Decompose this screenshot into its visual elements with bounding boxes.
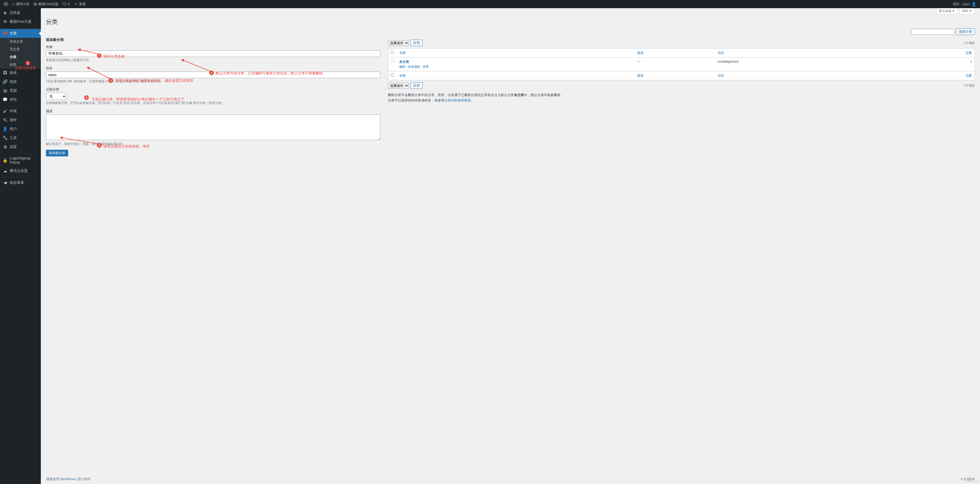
name-input[interactable] (46, 50, 380, 57)
cloud-icon: ☁ (3, 168, 8, 173)
avatar-icon: 👤 (971, 2, 977, 6)
slug-label: 别名 (46, 66, 380, 70)
menu-collapse[interactable]: ◀收起菜单 (0, 178, 41, 187)
col-count-foot[interactable]: 总数 (966, 73, 972, 77)
menu-login-popup[interactable]: 🔒Login/Signup Popup (0, 154, 41, 166)
row-title[interactable]: 未分类 (399, 60, 409, 64)
lock-icon: 🔒 (3, 158, 8, 163)
sliders-icon: ⊞ (3, 144, 8, 149)
name-label: 名称 (46, 45, 380, 50)
col-count[interactable]: 总数 (966, 51, 972, 55)
collapse-icon: ◀ (3, 180, 8, 185)
menu-plugins[interactable]: 🔌插件 (0, 115, 41, 125)
bulk-action-select-bottom[interactable]: 批量操作 (388, 83, 409, 89)
select-all-top[interactable] (391, 51, 394, 54)
row-edit[interactable]: 编辑 (399, 65, 405, 69)
brush-icon: 🖌 (3, 109, 8, 113)
media-icon: 🖼 (3, 70, 8, 75)
row-quick-edit[interactable]: 快速编辑 (408, 65, 420, 69)
comments-link[interactable]: 🗨0 (60, 0, 72, 8)
page-title: 分类 (46, 18, 975, 26)
wordpress-link[interactable]: WordPress (60, 477, 76, 481)
content-area: 显示选项 ▼ 帮助 ▼ 分类 搜索分类 添加新分类 名称 名称是它在您网站上的显… (41, 0, 980, 484)
desc-desc: 默认情况下，描述不突出；但是，某些主题可能会显示它。 (46, 142, 380, 146)
table-row: 未分类 编辑 | 快速编辑 | 查看 — uncategorized 1 (388, 58, 975, 71)
annotation-badge-1: 1 (25, 61, 30, 65)
annotation-text-4: 填写分类名称在链接中的别名，最好是英文或拼音 (115, 78, 193, 83)
plug-icon: 🔌 (3, 118, 8, 122)
menu-links[interactable]: 🔗链接 (0, 77, 41, 86)
theme-link[interactable]: ⚙酱茄Free主题 (32, 0, 60, 8)
apply-button-top[interactable]: 应用 (410, 40, 423, 46)
desc-label: 描述 (46, 109, 380, 113)
new-link[interactable]: ＋新建 (72, 0, 88, 8)
menu-dashboard[interactable]: ◈仪表盘 (0, 8, 41, 17)
menu-comments[interactable]: 💬评论 (0, 95, 41, 104)
sub-categories[interactable]: 分类 (0, 53, 41, 61)
screen-options-button[interactable]: 显示选项 ▼ (936, 8, 958, 14)
menu-tencent[interactable]: ☁腾讯云设置 (0, 166, 41, 175)
col-desc[interactable]: 描述 (637, 51, 644, 55)
col-desc-foot[interactable]: 描述 (637, 73, 644, 77)
search-button[interactable]: 搜索分类 (956, 28, 975, 35)
link-icon: 🔗 (3, 79, 8, 84)
parent-select[interactable]: 无 (46, 93, 66, 100)
annotation-text-5: 可选父级分类，即将新添加的分类归属在一个已有分类之下 (91, 97, 184, 102)
menu-appearance[interactable]: 🖌外观 (0, 107, 41, 115)
page-icon: ▤ (3, 88, 8, 93)
bulk-action-select-top[interactable]: 批量操作 (388, 40, 409, 46)
admin-bar: ⓦ ⌂鹿鸣九章 ⚙酱茄Free主题 🗨0 ＋新建 您好，yoyo👤 (0, 0, 980, 8)
comment-icon: 💬 (3, 97, 8, 102)
annotation-badge-3: 3 (97, 53, 102, 58)
admin-sidebar: ◈仪表盘 ⚙酱茄Free主题 📌文章 所有文章 写文章 分类 标签 🖼媒体 🔗链… (0, 8, 41, 484)
delete-note: 删除分类不会删除分类中的文章。然而，仅隶属于已删除分类的文章将会分入默认分类未分… (388, 93, 975, 103)
apply-button-bottom[interactable]: 应用 (410, 82, 423, 89)
categories-table: 名称 描述 别名 总数 未分类 编辑 | (388, 48, 975, 80)
submit-button[interactable]: 添加新分类 (46, 150, 68, 157)
converter-link[interactable]: 分类与标签转换器 (444, 98, 471, 102)
submenu-posts: 所有文章 写文章 分类 标签 (0, 38, 41, 69)
wrench-icon: 🔧 (3, 136, 8, 140)
desc-textarea[interactable] (46, 115, 380, 140)
menu-theme[interactable]: ⚙酱茄Free主题 (0, 17, 41, 26)
menu-settings[interactable]: ⊞设置 (0, 142, 41, 151)
name-desc: 名称是它在您网站上的显示方式。 (46, 58, 380, 62)
slug-desc: "slug"是名称的 URL 友好版本。它通常都是小写的，并且只包含字母、数字和… (46, 79, 380, 83)
menu-users[interactable]: 👤用户 (0, 125, 41, 133)
annotation-badge-5: 5 (84, 95, 89, 100)
site-link[interactable]: ⌂鹿鸣九章 (10, 0, 32, 8)
sub-new-post[interactable]: 写文章 (0, 45, 41, 53)
help-button[interactable]: 帮助 ▼ (959, 8, 975, 14)
col-slug[interactable]: 别名 (718, 51, 724, 55)
row-slug: uncategorized (715, 58, 893, 71)
annotation-text-1: 文章分类菜单 (15, 66, 36, 70)
comment-icon: 🗨 (62, 2, 66, 6)
col-name-foot[interactable]: 名称 (399, 73, 406, 77)
annotation-text-6: 填写完成后点击此按钮，保存 (103, 144, 150, 149)
annotation-text-3: 填写分类名称 (103, 54, 125, 59)
footer: 感谢使用 WordPress 进行创作。 5.9.3版本 (41, 474, 980, 484)
select-all-bottom[interactable] (391, 73, 394, 77)
col-name[interactable]: 名称 (399, 51, 406, 55)
dashboard-icon: ◈ (3, 10, 8, 15)
annotation-badge-4: 4 (108, 78, 113, 83)
user-icon: 👤 (3, 126, 8, 131)
menu-pages[interactable]: ▤页面 (0, 86, 41, 95)
gear-icon: ⚙ (3, 19, 8, 24)
gear-icon: ⚙ (33, 2, 37, 6)
menu-tools[interactable]: 🔧工具 (0, 133, 41, 142)
sub-all-posts[interactable]: 所有文章 (0, 38, 41, 45)
col-slug-foot[interactable]: 别名 (718, 73, 724, 77)
items-count-top: 1个项目 (964, 41, 975, 45)
search-input[interactable] (911, 29, 955, 35)
parent-label: 父级分类 (46, 87, 380, 92)
items-count-bottom: 1个项目 (964, 83, 975, 88)
row-view[interactable]: 查看 (423, 65, 429, 69)
row-count[interactable]: 1 (970, 59, 972, 63)
add-heading: 添加新分类 (46, 38, 380, 42)
menu-posts[interactable]: 📌文章 (0, 29, 41, 38)
watermark: CSDN @文森 (965, 481, 979, 483)
user-greeting[interactable]: 您好，yoyo👤 (951, 0, 978, 8)
annotation-text-2: 默认分类为未分类，点击编辑可修改分类信息，默认分类不能被删除 (216, 71, 323, 76)
wp-logo[interactable]: ⓦ (2, 0, 10, 8)
